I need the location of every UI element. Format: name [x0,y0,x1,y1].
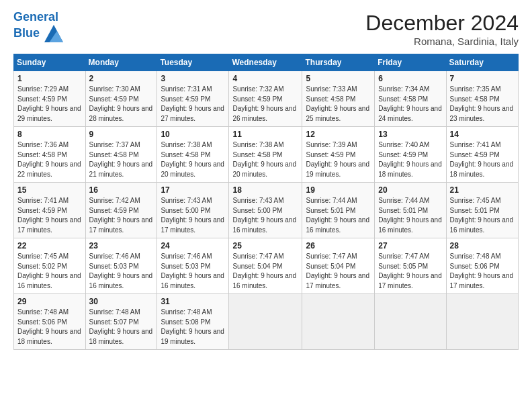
day-number: 23 [89,241,154,250]
calendar-cell: 20Sunrise: 7:44 AMSunset: 5:01 PMDayligh… [375,183,446,238]
calendar-cell: 3Sunrise: 7:31 AMSunset: 4:59 PMDaylight… [157,71,229,127]
day-number: 25 [232,241,298,250]
day-number: 27 [378,241,442,250]
day-number: 28 [450,241,515,250]
day-info: Sunrise: 7:34 AMSunset: 4:58 PMDaylight:… [378,85,442,124]
day-info: Sunrise: 7:48 AMSunset: 5:08 PMDaylight:… [161,308,225,347]
calendar-cell: 31Sunrise: 7:48 AMSunset: 5:08 PMDayligh… [157,294,229,350]
day-number: 11 [232,130,298,139]
day-number: 8 [17,130,82,139]
day-header-wednesday: Wednesday [229,54,302,71]
day-info: Sunrise: 7:45 AMSunset: 5:02 PMDaylight:… [17,252,82,291]
location: Romana, Sardinia, Italy [365,36,519,47]
day-info: Sunrise: 7:44 AMSunset: 5:01 PMDaylight:… [378,196,442,235]
day-info: Sunrise: 7:41 AMSunset: 4:59 PMDaylight:… [450,140,515,179]
calendar-cell: 1Sunrise: 7:29 AMSunset: 4:59 PMDaylight… [14,71,86,127]
day-info: Sunrise: 7:48 AMSunset: 5:06 PMDaylight:… [450,252,515,291]
day-number: 2 [89,74,154,83]
calendar-cell: 19Sunrise: 7:44 AMSunset: 5:01 PMDayligh… [302,183,375,238]
calendar-cell: 26Sunrise: 7:47 AMSunset: 5:04 PMDayligh… [302,238,375,294]
logo-text2: Blue [13,24,63,43]
day-info: Sunrise: 7:29 AMSunset: 4:59 PMDaylight:… [17,85,82,124]
day-info: Sunrise: 7:38 AMSunset: 4:58 PMDaylight:… [232,140,298,179]
day-info: Sunrise: 7:47 AMSunset: 5:05 PMDaylight:… [378,252,442,291]
calendar-cell: 13Sunrise: 7:40 AMSunset: 4:59 PMDayligh… [375,127,446,183]
day-info: Sunrise: 7:39 AMSunset: 4:59 PMDaylight:… [306,140,371,179]
calendar-cell: 2Sunrise: 7:30 AMSunset: 4:59 PMDaylight… [85,71,157,127]
day-header-thursday: Thursday [302,54,375,71]
day-number: 18 [232,185,298,195]
header: General Blue December 2024 Romana, Sardi… [13,11,519,47]
day-info: Sunrise: 7:45 AMSunset: 5:01 PMDaylight:… [450,196,515,235]
day-number: 14 [450,130,515,139]
day-info: Sunrise: 7:46 AMSunset: 5:03 PMDaylight:… [161,252,225,291]
day-info: Sunrise: 7:31 AMSunset: 4:59 PMDaylight:… [161,85,225,124]
calendar-cell: 17Sunrise: 7:43 AMSunset: 5:00 PMDayligh… [157,183,229,238]
logo: General Blue [13,11,63,43]
calendar-cell: 29Sunrise: 7:48 AMSunset: 5:06 PMDayligh… [14,294,86,350]
day-header-friday: Friday [375,54,446,71]
calendar-cell: 16Sunrise: 7:42 AMSunset: 4:59 PMDayligh… [85,183,157,238]
day-info: Sunrise: 7:40 AMSunset: 4:59 PMDaylight:… [378,140,442,179]
calendar-cell [375,294,446,350]
calendar-cell: 9Sunrise: 7:37 AMSunset: 4:58 PMDaylight… [85,127,157,183]
day-number: 24 [161,241,225,250]
calendar-cell [229,294,302,350]
day-info: Sunrise: 7:42 AMSunset: 4:59 PMDaylight:… [89,196,154,235]
day-number: 7 [450,74,515,83]
day-info: Sunrise: 7:48 AMSunset: 5:06 PMDaylight:… [17,308,82,347]
day-info: Sunrise: 7:35 AMSunset: 4:58 PMDaylight:… [450,85,515,124]
calendar-cell: 11Sunrise: 7:38 AMSunset: 4:58 PMDayligh… [229,127,302,183]
calendar-cell: 25Sunrise: 7:47 AMSunset: 5:04 PMDayligh… [229,238,302,294]
calendar-cell: 22Sunrise: 7:45 AMSunset: 5:02 PMDayligh… [14,238,86,294]
day-number: 13 [378,130,442,139]
day-info: Sunrise: 7:47 AMSunset: 5:04 PMDaylight:… [306,252,371,291]
day-info: Sunrise: 7:32 AMSunset: 4:59 PMDaylight:… [232,85,298,124]
calendar-cell: 18Sunrise: 7:43 AMSunset: 5:00 PMDayligh… [229,183,302,238]
calendar-cell: 8Sunrise: 7:36 AMSunset: 4:58 PMDaylight… [14,127,86,183]
calendar-cell: 15Sunrise: 7:41 AMSunset: 4:59 PMDayligh… [14,183,86,238]
day-info: Sunrise: 7:33 AMSunset: 4:58 PMDaylight:… [306,85,371,124]
calendar-cell: 24Sunrise: 7:46 AMSunset: 5:03 PMDayligh… [157,238,229,294]
calendar-cell: 23Sunrise: 7:46 AMSunset: 5:03 PMDayligh… [85,238,157,294]
calendar-cell [446,294,518,350]
calendar-cell: 6Sunrise: 7:34 AMSunset: 4:58 PMDaylight… [375,71,446,127]
day-number: 29 [17,297,82,306]
day-number: 5 [306,74,371,83]
calendar-table: SundayMondayTuesdayWednesdayThursdayFrid… [13,54,519,350]
day-info: Sunrise: 7:48 AMSunset: 5:07 PMDaylight:… [89,308,154,347]
day-number: 17 [161,185,225,195]
day-number: 21 [450,185,515,195]
calendar-cell: 27Sunrise: 7:47 AMSunset: 5:05 PMDayligh… [375,238,446,294]
calendar-cell: 4Sunrise: 7:32 AMSunset: 4:59 PMDaylight… [229,71,302,127]
day-number: 20 [378,185,442,195]
calendar-cell: 10Sunrise: 7:38 AMSunset: 4:58 PMDayligh… [157,127,229,183]
day-info: Sunrise: 7:30 AMSunset: 4:59 PMDaylight:… [89,85,154,124]
day-number: 12 [306,130,371,139]
calendar-cell: 14Sunrise: 7:41 AMSunset: 4:59 PMDayligh… [446,127,518,183]
day-number: 10 [161,130,225,139]
day-header-sunday: Sunday [14,54,86,71]
day-info: Sunrise: 7:43 AMSunset: 5:00 PMDaylight:… [161,196,225,235]
day-number: 30 [89,297,154,306]
day-info: Sunrise: 7:47 AMSunset: 5:04 PMDaylight:… [232,252,298,291]
day-info: Sunrise: 7:41 AMSunset: 4:59 PMDaylight:… [17,196,82,235]
logo-text: General [13,11,63,24]
day-number: 19 [306,185,371,195]
day-number: 26 [306,241,371,250]
month-title: December 2024 [365,11,519,36]
calendar-cell: 30Sunrise: 7:48 AMSunset: 5:07 PMDayligh… [85,294,157,350]
calendar-cell: 5Sunrise: 7:33 AMSunset: 4:58 PMDaylight… [302,71,375,127]
day-number: 16 [89,185,154,195]
day-info: Sunrise: 7:46 AMSunset: 5:03 PMDaylight:… [89,252,154,291]
day-header-tuesday: Tuesday [157,54,229,71]
day-number: 3 [161,74,225,83]
calendar-cell [302,294,375,350]
day-header-monday: Monday [85,54,157,71]
day-info: Sunrise: 7:36 AMSunset: 4:58 PMDaylight:… [17,140,82,179]
calendar-page: General Blue December 2024 Romana, Sardi… [0,0,532,411]
title-block: December 2024 Romana, Sardinia, Italy [365,11,519,47]
day-number: 22 [17,241,82,250]
calendar-cell: 7Sunrise: 7:35 AMSunset: 4:58 PMDaylight… [446,71,518,127]
day-info: Sunrise: 7:37 AMSunset: 4:58 PMDaylight:… [89,140,154,179]
